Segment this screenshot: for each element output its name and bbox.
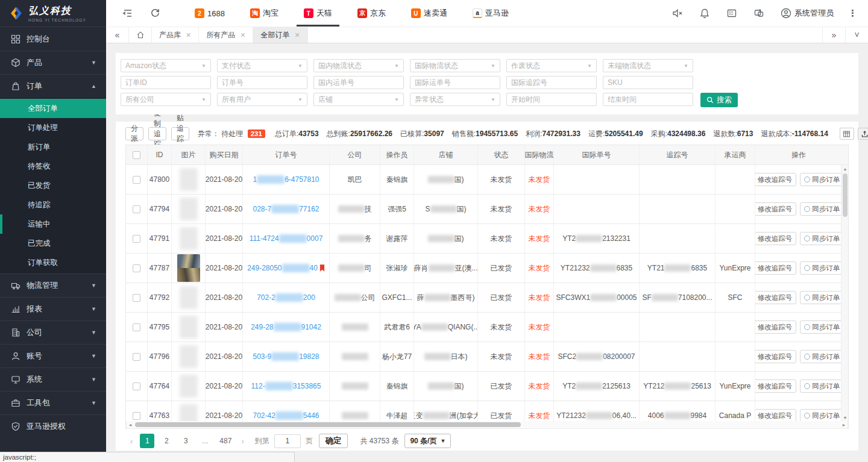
row-checkbox[interactable]	[133, 353, 140, 361]
row-checkbox[interactable]	[133, 412, 140, 420]
page-size-select[interactable]: 90 条/页 ▼	[404, 434, 451, 448]
filter-input-结束时间[interactable]: 结束时间	[603, 93, 693, 106]
tabs-scroll-right-icon[interactable]: »	[822, 27, 845, 43]
scroll-right-icon[interactable]: ►	[840, 421, 848, 428]
sync-order-button[interactable]: 同步订单	[800, 350, 842, 363]
sidebar-item-0[interactable]: 控制台	[0, 27, 106, 51]
column-settings-icon[interactable]	[840, 128, 854, 140]
horizontal-scroll-thumb[interactable]	[135, 422, 521, 427]
edit-tracking-button[interactable]: 修改追踪号	[755, 320, 796, 334]
sidebar-subitem[interactable]: 新订单	[0, 137, 106, 157]
scroll-left-icon[interactable]: ◄	[127, 421, 134, 428]
goto-page-input[interactable]	[274, 434, 301, 448]
next-page-icon[interactable]: ›	[241, 437, 244, 446]
filter-select-店铺[interactable]: 店铺▼	[313, 93, 404, 106]
edit-tracking-button[interactable]: 修改追踪号	[755, 202, 796, 216]
tab-全部订单[interactable]: 全部订单✕	[253, 27, 307, 43]
filter-select-国内物流状态[interactable]: 国内物流状态▼	[313, 59, 404, 72]
order-number-link[interactable]: 028-777162	[253, 205, 319, 213]
filter-select-所有用户[interactable]: 所有用户▼	[217, 93, 307, 106]
marketplace-京东[interactable]: 京京东	[350, 0, 393, 27]
prev-page-icon[interactable]: ‹	[130, 437, 133, 446]
sidebar-item-8[interactable]: 工具包▼	[0, 391, 106, 414]
order-number-link[interactable]: 702-2200	[257, 293, 315, 302]
sync-order-button[interactable]: 同步订单	[800, 173, 842, 186]
sidebar-item-2[interactable]: 订单▲	[0, 74, 106, 98]
close-tab-icon[interactable]: ✕	[186, 31, 191, 39]
sidebar-item-7[interactable]: 系统▼	[0, 367, 106, 391]
bell-icon[interactable]	[699, 8, 710, 19]
filter-select-异常状态[interactable]: 异常状态▼	[410, 93, 500, 106]
sidebar-item-3[interactable]: 物流管理▼	[0, 273, 106, 297]
marketplace-1688[interactable]: 21688	[187, 0, 232, 27]
sync-order-button[interactable]: 同步订单	[800, 291, 842, 304]
row-checkbox[interactable]	[133, 205, 140, 213]
order-number-link[interactable]: 111-47240007	[250, 234, 323, 243]
row-checkbox[interactable]	[133, 176, 140, 184]
goto-confirm-button[interactable]: 确定	[319, 434, 348, 448]
row-checkbox[interactable]	[133, 323, 140, 331]
page-487[interactable]: 487	[217, 434, 234, 448]
sync-order-button[interactable]: 同步订单	[800, 232, 842, 245]
scroll-down-icon[interactable]: ▼	[841, 414, 848, 421]
filter-select-作废状态[interactable]: 作废状态▼	[506, 59, 597, 72]
sidebar-item-6[interactable]: 账号▼	[0, 344, 106, 367]
marketplace-天猫[interactable]: T天猫	[297, 0, 339, 27]
more-vertical-icon[interactable]: ⋮	[848, 8, 857, 19]
sidebar-subitem[interactable]: 订单处理	[0, 118, 106, 137]
order-number-link[interactable]: 249-2891042	[251, 323, 321, 331]
search-button[interactable]: 搜索	[700, 93, 738, 107]
marketplace-亚马逊[interactable]: a亚马逊	[465, 0, 516, 27]
filter-input-订单ID[interactable]: 订单ID	[121, 76, 211, 89]
filter-input-开始时间[interactable]: 开始时间	[506, 93, 597, 106]
order-number-link[interactable]: 249-2805040	[247, 264, 318, 272]
filter-select-所有公司[interactable]: 所有公司▼	[121, 93, 211, 106]
toolbar-button-复制追踪号[interactable]: 复制追踪号	[148, 127, 166, 140]
tab-所有产品[interactable]: 所有产品✕	[199, 27, 253, 43]
marketplace-淘宝[interactable]: 淘淘宝	[243, 0, 286, 27]
refresh-icon[interactable]	[149, 7, 162, 19]
filter-input-订单号[interactable]: 订单号	[217, 76, 307, 89]
user-menu[interactable]: 系统管理员	[781, 8, 834, 19]
mute-icon[interactable]	[672, 8, 683, 19]
scroll-up-icon[interactable]: ▲	[841, 165, 848, 172]
sidebar-subitem[interactable]: 已发货	[0, 176, 106, 195]
row-checkbox[interactable]	[133, 235, 140, 243]
sync-order-button[interactable]: 同步订单	[800, 379, 842, 393]
toolbar-button-粘贴追踪结果[interactable]: 粘贴追踪结果	[171, 127, 189, 140]
sidebar-subitem[interactable]: 运输中	[0, 214, 106, 234]
close-tab-icon[interactable]: ✕	[240, 31, 245, 39]
collapse-sidebar-icon[interactable]	[122, 7, 134, 19]
sync-order-button[interactable]: 同步订单	[800, 202, 842, 216]
sidebar-subitem[interactable]: 待签收	[0, 157, 106, 176]
edit-tracking-button[interactable]: 修改追踪号	[755, 232, 796, 245]
filter-input-国际追踪号[interactable]: 国际追踪号	[506, 76, 597, 89]
sidebar-item-9[interactable]: 亚马逊授权	[0, 414, 106, 438]
order-number-link[interactable]: 16-4757810	[253, 175, 319, 184]
filter-select-国际物流状态[interactable]: 国际物流状态▼	[410, 59, 500, 72]
export-icon[interactable]	[858, 128, 868, 140]
vertical-scroll-thumb[interactable]	[843, 173, 848, 217]
sidebar-item-5[interactable]: 公司▼	[0, 320, 106, 344]
close-tab-icon[interactable]: ✕	[294, 31, 300, 39]
page-3[interactable]: 3	[178, 434, 193, 448]
home-tab-icon[interactable]	[129, 27, 152, 43]
sidebar-item-1[interactable]: 产品▼	[0, 51, 106, 74]
filter-input-国内运单号[interactable]: 国内运单号	[313, 76, 404, 89]
order-number-link[interactable]: 503-919828	[253, 352, 319, 361]
filter-select-末端物流状态[interactable]: 末端物流状态▼	[603, 59, 693, 72]
toolbar-button-分派[interactable]: 分派	[125, 127, 143, 140]
filter-select-支付状态[interactable]: 支付状态▼	[217, 59, 307, 72]
page-1[interactable]: 1	[140, 434, 154, 448]
row-checkbox[interactable]	[133, 294, 140, 302]
filter-input-SKU[interactable]: SKU	[603, 76, 693, 89]
sidebar-item-4[interactable]: 报表▼	[0, 297, 106, 320]
edit-tracking-button[interactable]: 修改追踪号	[755, 409, 796, 421]
edit-tracking-button[interactable]: 修改追踪号	[755, 261, 796, 275]
product-thumbnail[interactable]	[177, 254, 200, 282]
select-all-checkbox[interactable]	[133, 151, 140, 159]
tabs-menu-icon[interactable]: ˅	[845, 27, 868, 43]
sidebar-subitem[interactable]: 全部订单	[0, 99, 106, 118]
marketplace-速卖通[interactable]: U速卖通	[404, 0, 454, 27]
switch-account-icon[interactable]	[753, 8, 764, 19]
